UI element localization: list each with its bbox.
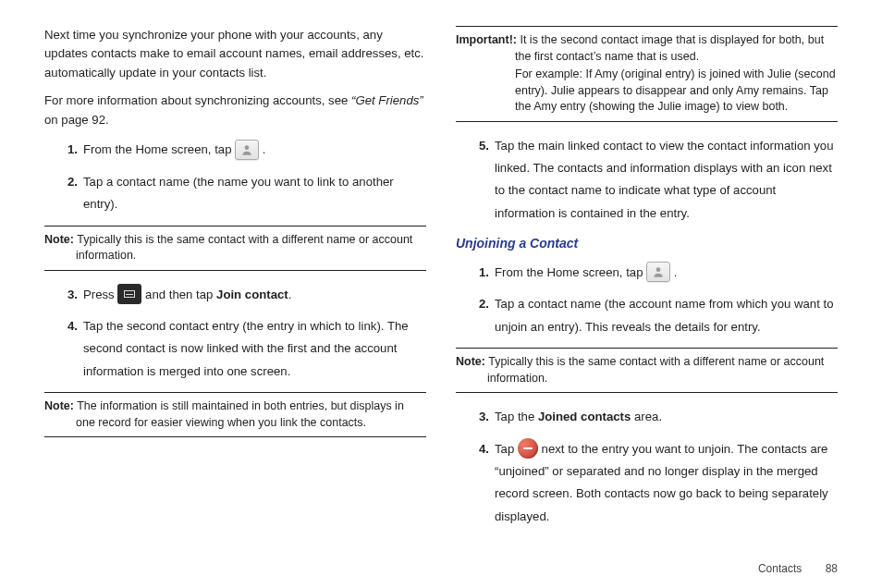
footer-page: 88 bbox=[826, 562, 838, 575]
ustep3-b: area. bbox=[631, 410, 662, 423]
step1-text-a: From the Home screen, tap bbox=[83, 142, 235, 156]
contacts-icon bbox=[646, 262, 670, 282]
page-columns: Next time you synchronize your phone wit… bbox=[44, 26, 838, 537]
page-footer: Contacts 88 bbox=[758, 562, 838, 575]
step-number: 4. bbox=[61, 315, 78, 337]
ustep3-a: Tap the bbox=[495, 410, 538, 423]
note-label: Note: bbox=[44, 233, 74, 246]
important-label: Important!: bbox=[456, 33, 517, 46]
ustep2-text: Tap a contact name (the account name fro… bbox=[495, 297, 834, 333]
steps-list-3: 5. Tap the main linked contact to view t… bbox=[456, 135, 838, 226]
step1-text-b: . bbox=[263, 142, 266, 156]
important-text: It is the second contact image that is d… bbox=[515, 33, 824, 63]
step-number: 2. bbox=[472, 293, 489, 315]
left-column: Next time you synchronize your phone wit… bbox=[44, 26, 426, 537]
right-column: Important!: It is the second contact ima… bbox=[456, 26, 838, 537]
steps-list-1: 1. From the Home screen, tap . 2. Tap a … bbox=[44, 139, 426, 215]
step-number: 2. bbox=[61, 171, 78, 193]
step-number: 5. bbox=[472, 135, 489, 157]
step3-bold: Join contact bbox=[216, 288, 288, 301]
note-box-2: Note: The information is still maintaine… bbox=[44, 392, 426, 437]
ustep4-b: next to the entry you want to unjoin. Th… bbox=[495, 442, 828, 523]
step-4: 4. Tap the second contact entry (the ent… bbox=[67, 315, 426, 383]
note-text: Typically this is the same contact with … bbox=[74, 233, 412, 263]
moreinfo-paragraph: For more information about synchronizing… bbox=[44, 92, 426, 129]
ustep3-bold: Joined contacts bbox=[538, 410, 631, 423]
step2-text: Tap a contact name (the name you want to… bbox=[83, 175, 394, 211]
unjoin-step-3: 3. Tap the Joined contacts area. bbox=[478, 406, 838, 428]
step-number: 1. bbox=[61, 139, 78, 161]
remove-minus-icon bbox=[518, 438, 538, 459]
unjoin-step-1: 1. From the Home screen, tap . bbox=[478, 262, 838, 284]
svg-point-1 bbox=[656, 268, 661, 273]
svg-point-0 bbox=[245, 145, 250, 150]
unjoin-step-2: 2. Tap a contact name (the account name … bbox=[478, 293, 838, 338]
unjoin-step-4: 4. Tap next to the entry you want to unj… bbox=[478, 438, 838, 529]
unjoining-heading: Unjoining a Contact bbox=[456, 234, 838, 254]
note-box-1: Note: Typically this is the same contact… bbox=[44, 226, 426, 271]
step3-text-b: and then tap bbox=[145, 288, 216, 301]
unjoin-steps-1: 1. From the Home screen, tap . 2. Tap a … bbox=[456, 262, 838, 338]
moreinfo-ref: “Get Friends” bbox=[351, 93, 423, 107]
note-box-3: Note: Typically this is the same contact… bbox=[456, 348, 838, 393]
step-2: 2. Tap a contact name (the name you want… bbox=[67, 171, 426, 216]
important-box: Important!: It is the second contact ima… bbox=[456, 26, 838, 122]
note-text: Typically this is the same contact with … bbox=[485, 355, 824, 385]
step-number: 4. bbox=[472, 438, 489, 460]
note-label: Note: bbox=[44, 399, 74, 412]
ustep4-a: Tap bbox=[495, 442, 518, 456]
intro-paragraph: Next time you synchronize your phone wit… bbox=[44, 26, 426, 82]
menu-icon bbox=[117, 284, 141, 304]
contacts-icon bbox=[235, 140, 259, 160]
unjoin-steps-2: 3. Tap the Joined contacts area. 4. Tap … bbox=[456, 406, 838, 528]
step-1: 1. From the Home screen, tap . bbox=[67, 139, 426, 161]
moreinfo-pre: For more information about synchronizing… bbox=[44, 93, 351, 107]
ustep1-text-a: From the Home screen, tap bbox=[495, 265, 646, 279]
step-number: 1. bbox=[472, 262, 489, 284]
step-number: 3. bbox=[472, 406, 489, 428]
step3-text-c: . bbox=[288, 288, 292, 301]
important-example: For example: If Amy (original entry) is … bbox=[456, 67, 838, 116]
step-5: 5. Tap the main linked contact to view t… bbox=[478, 135, 838, 226]
footer-section: Contacts bbox=[758, 562, 802, 575]
note-text: The information is still maintained in b… bbox=[74, 399, 404, 429]
step5-text: Tap the main linked contact to view the … bbox=[495, 139, 834, 220]
note-label: Note: bbox=[456, 355, 485, 368]
moreinfo-post: on page 92. bbox=[44, 113, 109, 127]
step4-text: Tap the second contact entry (the entry … bbox=[83, 319, 409, 378]
step3-text-a: Press bbox=[83, 288, 117, 301]
step-3: 3. Press and then tap Join contact. bbox=[67, 284, 426, 306]
step-number: 3. bbox=[61, 284, 78, 306]
steps-list-2: 3. Press and then tap Join contact. 4. T… bbox=[44, 284, 426, 384]
ustep1-text-b: . bbox=[674, 265, 678, 279]
